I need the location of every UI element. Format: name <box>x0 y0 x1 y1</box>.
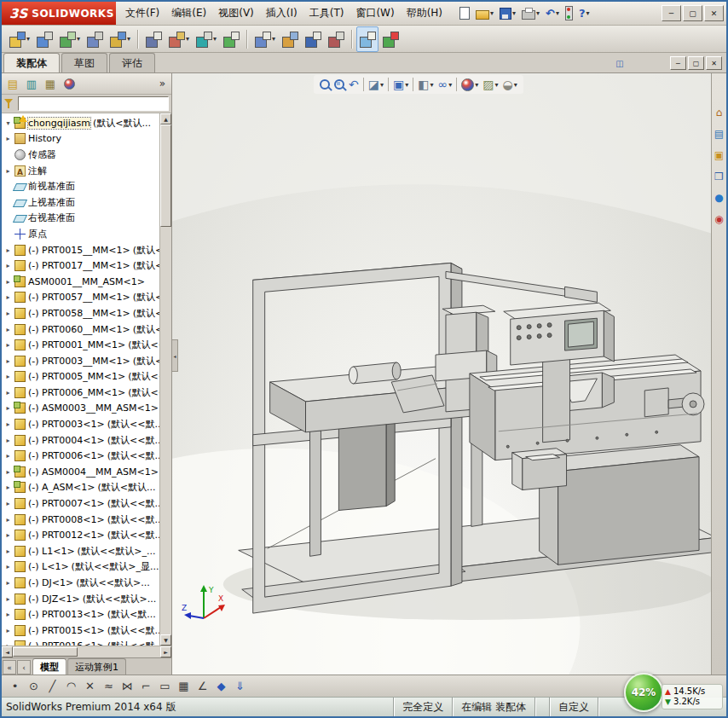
tree-item[interactable]: ▸(-) PRT0017__MM<1>(默认<<默... <box>2 258 159 274</box>
menu-item-0[interactable]: 文件(F) <box>119 2 165 25</box>
sketch-point-tool[interactable]: • <box>6 678 24 695</box>
propertymanager-tab[interactable]: ▥ <box>22 75 41 92</box>
tree-item[interactable]: ▸(-) PRT0057__MM<1>(默认<<默... <box>2 290 159 306</box>
tree-item[interactable]: ▸(-) PRT0013<1>(默认<默... <box>2 606 159 622</box>
expander-icon[interactable]: ▸ <box>4 326 12 333</box>
tree-item[interactable]: ▾chongqijiasm(默认<默认... <box>2 115 159 131</box>
assembly-visualization-button[interactable] <box>379 26 402 52</box>
speed-gauge[interactable]: 42% <box>624 673 663 712</box>
tree-item[interactable]: ▸(-) PRT0015<1>(默认<<默... <box>2 622 159 639</box>
tree-item[interactable]: ▸(-) ASM0004__MM_ASM<1> <box>2 464 159 480</box>
expander-icon[interactable]: ▸ <box>4 341 12 349</box>
doc-minimize-button[interactable]: ─ <box>670 56 686 70</box>
expander-icon[interactable]: ▸ <box>4 483 12 491</box>
tree-item[interactable]: ▸(-) PRT0058__MM<1>(默认<<默... <box>2 305 159 321</box>
exploded-view-button[interactable] <box>279 26 301 52</box>
zoom-fit-button[interactable] <box>318 76 332 93</box>
tree-item[interactable]: ▸(-) L1<1>(默认<<默认>_... <box>2 543 159 559</box>
insert-component-button[interactable]: ▾ <box>6 26 32 52</box>
scroll-right-arrow[interactable]: ► <box>160 646 171 657</box>
expander-icon[interactable]: ▸ <box>4 389 12 397</box>
spline-tool[interactable]: ≈ <box>100 678 118 695</box>
graphics-viewport[interactable]: ↶◪▾▣▾◧▾∞▾▾▨▾◒▾ ◂ Y X Z <box>172 73 711 675</box>
hscroll-thumb[interactable] <box>13 647 78 657</box>
tree-item[interactable]: ▸(-) L<1>(默认<<默认>_显... <box>2 559 159 576</box>
tree-vertical-scrollbar[interactable]: ▲ ▼ <box>159 113 171 646</box>
move-component-button[interactable]: ▾ <box>107 26 133 52</box>
expander-icon[interactable]: ▸ <box>4 310 12 317</box>
tree-item[interactable]: 原点 <box>2 226 159 242</box>
minimize-button[interactable]: ─ <box>662 5 681 21</box>
large-assembly-mode-button[interactable] <box>356 26 378 52</box>
menu-item-5[interactable]: 窗口(W) <box>350 2 400 25</box>
tree-item[interactable]: ▸(-) PRT0003<1>(默认<<默... <box>2 416 159 432</box>
rebuild-button[interactable] <box>563 4 575 23</box>
expander-icon[interactable]: ▸ <box>4 135 12 142</box>
linear-pattern-tool[interactable]: ▦ <box>175 678 193 695</box>
scroll-down-arrow[interactable]: ▼ <box>160 634 171 646</box>
maximize-button[interactable]: ▢ <box>683 5 702 21</box>
expander-icon[interactable]: ▸ <box>4 167 12 175</box>
expander-icon[interactable]: ▸ <box>4 420 12 428</box>
mate-button[interactable] <box>33 26 55 52</box>
component-pattern-button[interactable]: ▾ <box>56 26 83 52</box>
isometric-view-tool[interactable]: ◆ <box>212 678 230 695</box>
tree-item[interactable]: ▸(-) PRT0001_MM<1>(默认<<默... <box>2 337 159 353</box>
expander-icon[interactable]: ▸ <box>4 595 12 603</box>
resources-button[interactable]: ▤ <box>713 127 726 141</box>
expander-icon[interactable]: ▸ <box>4 547 12 555</box>
expander-icon[interactable]: ▸ <box>4 611 12 618</box>
new-document-button[interactable] <box>457 4 472 23</box>
tab-运动算例1[interactable]: 运动算例1 <box>67 658 126 675</box>
expander-icon[interactable]: ▸ <box>4 278 12 286</box>
doc-close-button[interactable]: ✕ <box>706 56 722 70</box>
tab-评估[interactable]: 评估 <box>109 53 155 72</box>
expander-icon[interactable]: ▸ <box>4 579 12 587</box>
menu-item-6[interactable]: 帮助(H) <box>401 2 448 25</box>
interference-detection-button[interactable] <box>325 26 347 52</box>
tree-item[interactable]: ▸ASM0001__MM_ASM<1> <box>2 274 159 290</box>
undo-button[interactable]: ↶▾ <box>543 4 562 23</box>
help-button[interactable]: ?▾ <box>576 4 592 23</box>
line-tool[interactable]: ╱ <box>43 678 61 695</box>
tree-item[interactable]: ▸History <box>2 131 159 148</box>
expander-icon[interactable]: ▸ <box>4 437 12 444</box>
new-motion-study-button[interactable] <box>220 26 242 52</box>
expander-icon[interactable]: ▸ <box>4 563 12 570</box>
expander-icon[interactable]: ▸ <box>4 357 12 365</box>
tab-scroll-button-1[interactable]: ‹ <box>17 660 31 675</box>
zoom-area-button[interactable] <box>332 76 346 93</box>
expander-icon[interactable]: ▾ <box>4 119 12 127</box>
smart-dimension-tool[interactable]: ∠ <box>194 678 211 695</box>
expand-panel-chevron[interactable]: » <box>155 78 170 90</box>
section-view-button[interactable]: ◪▾ <box>367 76 385 93</box>
display-style-button[interactable]: ◧▾ <box>416 76 435 93</box>
save-button[interactable]: ▾ <box>497 4 518 23</box>
expander-icon[interactable]: ▸ <box>4 500 12 507</box>
tree-item[interactable]: 右视基准面 <box>2 211 159 227</box>
tree-item[interactable]: ▸(-) DJ<1>(默认<<默认>... <box>2 575 159 591</box>
hide-show-items-button[interactable]: ∞▾ <box>436 76 454 93</box>
featuremanager-tree-tab[interactable]: ▤ <box>3 75 22 92</box>
tree-item[interactable]: ▸注解 <box>2 163 159 179</box>
menu-item-1[interactable]: 编辑(E) <box>165 2 212 25</box>
assembly-features-button[interactable]: ▾ <box>165 26 192 52</box>
reference-geometry-button[interactable]: ▾ <box>193 26 219 52</box>
panel-splitter-handle[interactable]: ◂ <box>172 339 178 372</box>
previous-view-button[interactable]: ↶ <box>347 76 361 93</box>
menu-item-4[interactable]: 工具(T) <box>303 2 350 25</box>
view-settings-button[interactable]: ◒▾ <box>500 76 518 93</box>
tree-item[interactable]: ▸(-) PRT0005_MM<1>(默认<<默... <box>2 369 159 385</box>
tab-scroll-button-0[interactable]: « <box>3 660 16 675</box>
show-hidden-components-button[interactable] <box>142 26 165 52</box>
expander-icon[interactable]: ▸ <box>4 262 12 269</box>
tab-模型[interactable]: 模型 <box>32 658 66 675</box>
mirror-entities-tool[interactable]: ⋈ <box>118 678 136 695</box>
circle-tool[interactable]: ⊙ <box>25 678 43 695</box>
expander-icon[interactable]: ▸ <box>4 404 12 412</box>
expander-icon[interactable]: ▸ <box>4 516 12 524</box>
viewport-layout-button[interactable]: ◫ <box>612 57 627 70</box>
tree-item[interactable]: ▸(-) PRT0012<1>(默认<<默... <box>2 527 159 543</box>
smart-fasteners-button[interactable] <box>84 26 106 52</box>
doc-restore-button[interactable]: ▢ <box>688 56 704 70</box>
